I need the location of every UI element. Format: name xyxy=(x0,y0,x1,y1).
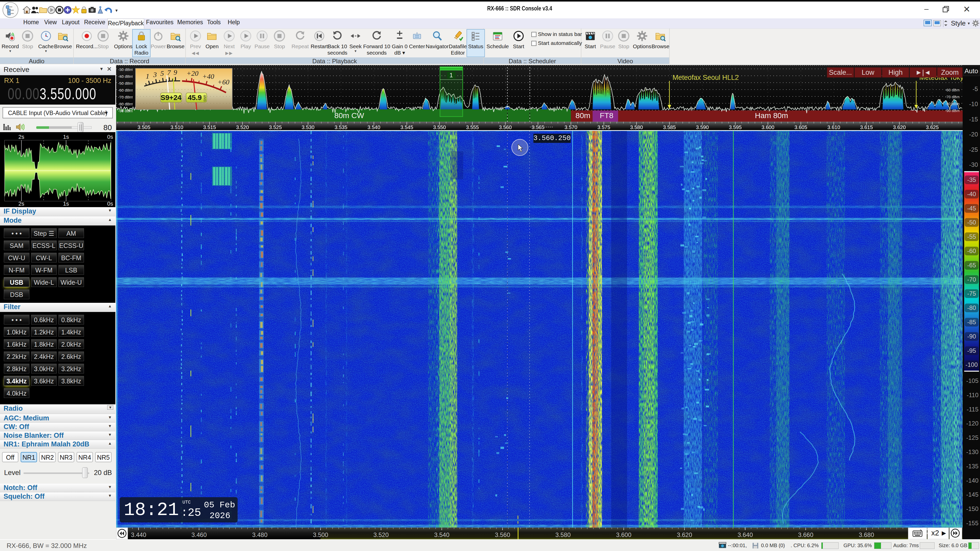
svg-text:SNR: SNR xyxy=(203,95,207,102)
svg-text:80m CW: 80m CW xyxy=(334,111,364,120)
svg-text:80m: 80m xyxy=(576,111,590,120)
svg-text:FT8: FT8 xyxy=(600,111,613,120)
svg-text:3.580: 3.580 xyxy=(630,124,643,130)
svg-text:3.595: 3.595 xyxy=(729,124,741,130)
svg-text:Meteofax Seoul HLL2: Meteofax Seoul HLL2 xyxy=(673,74,739,81)
svg-text:3: 3 xyxy=(153,71,157,79)
svg-text:1: 1 xyxy=(146,72,149,80)
svg-text:1: 1 xyxy=(449,72,453,79)
svg-text:3.505: 3.505 xyxy=(138,124,150,130)
svg-text:3.600: 3.600 xyxy=(616,531,632,538)
svg-text:3.535: 3.535 xyxy=(334,124,347,130)
svg-text:3.520: 3.520 xyxy=(373,531,389,538)
svg-text:-80 dBm: -80 dBm xyxy=(945,102,959,106)
svg-text:3.440: 3.440 xyxy=(131,531,146,538)
svg-text:-30 dBm: -30 dBm xyxy=(118,67,133,72)
svg-text:-70 dBm: -70 dBm xyxy=(118,95,133,99)
svg-text:3.600: 3.600 xyxy=(762,124,774,130)
svg-text:3.460: 3.460 xyxy=(191,531,207,538)
svg-text:Ham 80m: Ham 80m xyxy=(755,111,788,120)
svg-text:3.620: 3.620 xyxy=(677,531,692,538)
svg-text:9: 9 xyxy=(173,68,177,76)
svg-text:3.560: 3.560 xyxy=(495,531,510,538)
svg-text:3.660: 3.660 xyxy=(798,531,813,538)
svg-text:3.510: 3.510 xyxy=(170,124,183,130)
svg-text:3.615: 3.615 xyxy=(860,124,873,130)
svg-text:3.550: 3.550 xyxy=(433,124,446,130)
svg-text:3.540: 3.540 xyxy=(434,531,449,538)
svg-text:3.500: 3.500 xyxy=(313,531,328,538)
svg-text:3.620: 3.620 xyxy=(893,124,906,130)
svg-text:3.555: 3.555 xyxy=(466,124,479,130)
svg-text:-90 dBm: -90 dBm xyxy=(945,108,959,113)
svg-text:-60 dBm: -60 dBm xyxy=(118,88,133,92)
svg-text:-90 dBm: -90 dBm xyxy=(118,109,133,113)
svg-text:3.575: 3.575 xyxy=(597,124,610,130)
svg-text:3.570: 3.570 xyxy=(565,124,577,130)
svg-text:3.530: 3.530 xyxy=(302,124,314,130)
svg-text:-60 dBm: -60 dBm xyxy=(945,88,959,92)
svg-text:3.605: 3.605 xyxy=(794,124,807,130)
svg-text:-40 dBm: -40 dBm xyxy=(118,74,133,79)
svg-text:3.610: 3.610 xyxy=(827,124,840,130)
svg-text:+40: +40 xyxy=(202,73,214,80)
svg-text:-50 dBm: -50 dBm xyxy=(118,81,133,86)
svg-text:+60: +60 xyxy=(218,78,229,86)
svg-text:-80 dBm: -80 dBm xyxy=(118,102,133,106)
svg-text:3.545: 3.545 xyxy=(401,124,413,130)
svg-text:45.9: 45.9 xyxy=(188,94,202,102)
svg-text:3.580: 3.580 xyxy=(555,531,571,538)
svg-text:S9+24: S9+24 xyxy=(161,94,181,102)
svg-text:3.515: 3.515 xyxy=(203,124,216,130)
svg-text:3.540: 3.540 xyxy=(368,124,380,130)
svg-text:5: 5 xyxy=(160,69,164,77)
svg-text:+20: +20 xyxy=(186,69,199,77)
svg-text:3.625: 3.625 xyxy=(926,124,939,130)
svg-text:3.590: 3.590 xyxy=(696,124,709,130)
svg-text:3.680: 3.680 xyxy=(859,531,874,538)
svg-text:7: 7 xyxy=(167,68,171,76)
svg-text:3.560: 3.560 xyxy=(499,124,512,130)
svg-text:3.640: 3.640 xyxy=(738,531,753,538)
svg-text:3.480: 3.480 xyxy=(252,531,267,538)
svg-text:-70 dBm: -70 dBm xyxy=(945,95,959,99)
svg-text:3.520: 3.520 xyxy=(236,124,249,130)
svg-text:3.525: 3.525 xyxy=(269,124,282,130)
svg-text:3.585: 3.585 xyxy=(663,124,676,130)
